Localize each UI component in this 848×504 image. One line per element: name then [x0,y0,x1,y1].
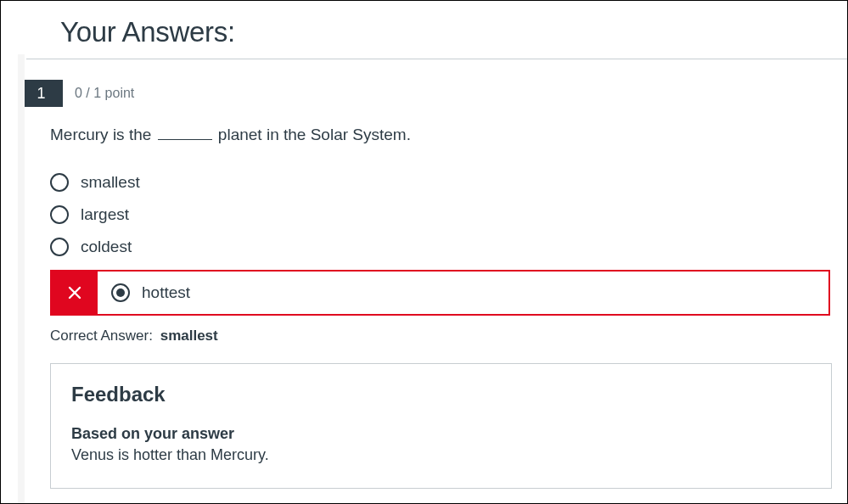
correct-answer-value: smallest [160,328,218,344]
left-rail [18,54,25,503]
quiz-answers-page: Your Answers: 1 0 / 1 point Mercury is t… [1,1,847,503]
close-icon [68,286,81,300]
stem-after: planet in the Solar System. [214,126,411,143]
answer-choices: smallest largest coldest hottest [50,173,832,316]
choice-inner: hottest [98,272,190,314]
page-title: Your Answers: [60,16,847,48]
question-header: 1 0 / 1 point [26,80,847,107]
incorrect-flag [52,272,98,314]
question-stem: Mercury is the planet in the Solar Syste… [50,126,832,144]
correct-answer-label: Correct Answer: [50,328,153,344]
fill-blank [158,132,212,140]
question-points: 0 / 1 point [75,86,134,101]
radio-unchecked-icon [50,173,69,192]
question-number-badge: 1 [20,80,63,107]
choice-label: coldest [81,238,132,256]
question-body: Mercury is the planet in the Solar Syste… [50,126,832,489]
choice-label: smallest [81,173,140,192]
correct-answer-line: Correct Answer: smallest [50,328,832,344]
choice-label: largest [81,205,129,224]
choice-option[interactable]: largest [50,205,832,224]
feedback-box: Feedback Based on your answer Venus is h… [50,363,832,489]
choice-label: hottest [142,283,190,302]
feedback-heading: Feedback [71,383,811,406]
feedback-body: Venus is hotter than Mercury. [71,446,811,464]
radio-unchecked-icon [50,205,69,224]
feedback-subheading: Based on your answer [71,425,811,443]
divider [26,59,847,59]
radio-unchecked-icon [50,238,69,256]
radio-checked-icon [111,283,130,302]
choice-option-selected-incorrect[interactable]: hottest [50,270,830,316]
header: Your Answers: [26,1,847,59]
choice-option[interactable]: smallest [50,173,832,192]
choice-option[interactable]: coldest [50,238,832,256]
stem-before: Mercury is the [50,126,156,143]
